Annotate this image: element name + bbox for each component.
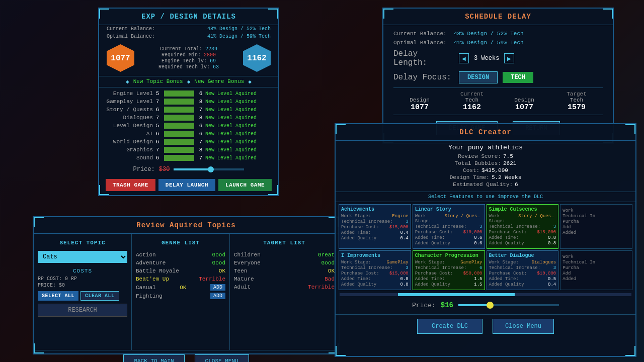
delay-length-row: Delay Length: ◀ 3 Weeks ▶ [393, 47, 603, 69]
back-to-main-button[interactable]: BACK TO MAIN [123, 354, 184, 362]
feat-charprog-tech: Technical Increase: 6 [415, 265, 482, 270]
corner-br [268, 185, 278, 195]
genre-action: Action Good [136, 251, 225, 259]
feat-charprog-title: Character Progression [415, 253, 482, 258]
feat-dialogue-title: Better Dialogue [489, 253, 556, 258]
delay-decrease-button[interactable]: ◀ [459, 53, 469, 63]
feat-cutscenes-stage: Work Stage: Story / Quests [489, 214, 556, 224]
price-slider[interactable] [174, 168, 244, 170]
feat-linear-stage: Work Stage: Story / Quests [415, 214, 482, 224]
bonus1-label: New Topic Bonus [133, 78, 183, 85]
corner-tl [99, 9, 109, 19]
dlc-price-value: $16 [441, 301, 453, 309]
feature-improvments[interactable]: I Improvments Work Stage: GamePlay Techn… [339, 250, 411, 290]
tg-current-design-value: 1077 [393, 103, 446, 112]
tg-target-header: Target [550, 91, 603, 97]
dlc-game-name: Your puny athletics [346, 144, 625, 151]
feat-charprog-quality: Added Quality 1.5 [415, 282, 482, 287]
feat-charprog-cost: Purchase Cost: $50,000 [415, 271, 482, 276]
exp-design-panel: EXP / DESIGN DETAILS Current Balance: 48… [98, 8, 279, 196]
feat-partial2-tech: Technical In [562, 260, 630, 265]
features-title: Select Features to use improve the DLC [336, 192, 635, 202]
select-topic-title: SELECT TOPIC [38, 238, 127, 248]
feature-linear-story[interactable]: Linear Story Work Stage: Story / Quests … [413, 204, 485, 249]
genre-casual-add-button[interactable]: ADD [210, 284, 225, 291]
feat-cutscenes-time: Added Time: 0.8 [489, 235, 556, 240]
feature-partial-2[interactable]: Work Technical In Purcha Add Added [560, 250, 632, 290]
dlc-review-score: Review Score: 7.5 [346, 153, 625, 159]
review-inner: SELECT TOPIC Cats Dogs Sports COSTS RP C… [34, 234, 339, 350]
feat-partial2-time: Add [562, 271, 630, 276]
tg-tech-label2: Tech [550, 97, 603, 103]
focus-design-button[interactable]: DESIGN [459, 71, 498, 83]
genre-fighting-add-button[interactable]: ADD [210, 293, 225, 299]
exp-totals: Current Total: 2239 Required Min: 2800 E… [158, 46, 219, 70]
stat-bar-worlddesign [164, 139, 194, 145]
exp-optimal-balance: Optimal Balance: 41% Design / 59% Tech [99, 33, 278, 40]
schedule-panel-title: SCHEDULE DELAY [383, 9, 613, 25]
dlc-close-menu-button[interactable]: Close Menu [493, 319, 554, 334]
feat-linear-title: Linear Story [415, 207, 482, 212]
exp-stats-table: Engine Level 5 6 New Level Aquired Gamep… [99, 87, 278, 164]
tg-target-design-value: 1077 [498, 103, 550, 112]
review-topics-panel: Review Aquired Topics SELECT TOPIC Cats … [33, 216, 340, 354]
genre-list-title: GENRE LIST [136, 238, 225, 248]
delay-launch-button[interactable]: DELAY LAUNCH [158, 179, 215, 191]
feat-partial2-quality: Added [562, 277, 630, 282]
feat-improvments-title: I Improvments [341, 253, 409, 258]
costs-section: COSTS RP COST: 0 RP PRICE: $0 [38, 268, 127, 288]
corner-br-dlc [625, 346, 635, 356]
rp-cost-row: RP COST: 0 RP [38, 276, 127, 282]
feature-achievements[interactable]: Achievments Work Stage: Engine Technical… [339, 204, 411, 249]
sch-current-balance: Current Balance: 48% Design / 52% Tech [393, 29, 603, 38]
close-menu-button[interactable]: CLOSE MENU [195, 354, 249, 362]
exp-price-row: Price: $30 [99, 164, 278, 175]
exp-panel-title: EXP / DESIGN DETAILS [99, 9, 278, 25]
genre-beatem-up: Beat'em Up Terrible [136, 275, 225, 283]
feat-achievements-cost: Purchase Cost: $15,000 [341, 225, 409, 230]
delay-increase-button[interactable]: ▶ [504, 53, 514, 63]
dlc-scroll-thumb [398, 293, 515, 296]
corner-bl [99, 185, 109, 195]
dlc-price-slider[interactable] [458, 304, 559, 306]
tg-tech-label: Tech [446, 97, 498, 103]
trash-game-button[interactable]: TRASH GAME [106, 179, 155, 191]
stat-row-graphics: Graphics 7 8 New Level Aquired [103, 146, 274, 154]
tg-design-label2: Design [498, 97, 550, 103]
tg-current-label [393, 91, 446, 97]
feat-charprog-stage: Work Stage: GamePlay [415, 260, 482, 265]
dlc-horizontal-scrollbar[interactable] [340, 293, 631, 296]
stat-row-leveldesign: Level Design 5 6 New Level Aquired [103, 122, 274, 130]
research-button[interactable]: RESEARCH [38, 304, 127, 317]
feat-achievements-time: Added Time: 0.4 [341, 230, 409, 235]
launch-game-button[interactable]: LAUNCH GAME [218, 179, 272, 191]
corner-tl-rev [34, 217, 44, 227]
feat-improvments-quality: Added Quality 0.8 [341, 282, 409, 287]
topic-select-dropdown[interactable]: Cats Dogs Sports [38, 251, 127, 263]
tg-current-tech-value: 1162 [446, 103, 498, 112]
stat-row-worlddesign: World Design 6 7 New Level Aquired [103, 138, 274, 146]
dlc-panel-title: DLC Creator [336, 124, 635, 141]
stat-bar-sound [164, 155, 194, 161]
dlc-stats: Review Score: 7.5 Total Bubbles: 2621 Co… [346, 153, 625, 188]
feat-improvments-cost: Purchase Cost: $15,000 [341, 271, 409, 276]
feature-char-progression[interactable]: Character Progression Work Stage: GamePl… [413, 250, 485, 290]
genre-fighting: Fighting ADD [136, 292, 225, 300]
focus-tech-button[interactable]: TECH [503, 72, 533, 83]
feature-better-dialogue[interactable]: Better Dialogue Work Stage: Dialogues Te… [487, 250, 559, 290]
select-all-button[interactable]: SELECT ALL [38, 291, 78, 301]
stat-row-gameplay: Gameplay Level 7 8 New Level Aquired [103, 98, 274, 106]
dlc-price-label: Price: [412, 302, 436, 309]
features-grid: Achievments Work Stage: Engine Technical… [336, 204, 635, 290]
feature-simple-cutscenes[interactable]: Simple Cutscenes Work Stage: Story / Que… [487, 204, 559, 249]
review-bottom-nav: BACK TO MAIN CLOSE MENU [34, 350, 339, 362]
feat-dialogue-time: Added Time: 0.5 [489, 277, 556, 282]
clear-all-button[interactable]: CLEAR ALL [80, 291, 119, 301]
feat-linear-tech: Technical Increase: 3 [415, 224, 482, 229]
feature-partial-1[interactable]: Work Technical In Purcha Add Added [560, 204, 632, 249]
dlc-slider-thumb [487, 302, 494, 309]
diamond-icon-2: ◆ [187, 78, 191, 85]
review-right-section: TAGRET LIST Children Great Everyone Good… [230, 234, 339, 350]
tg-target-label [498, 91, 550, 97]
create-dlc-button[interactable]: Create DLC [417, 319, 482, 334]
